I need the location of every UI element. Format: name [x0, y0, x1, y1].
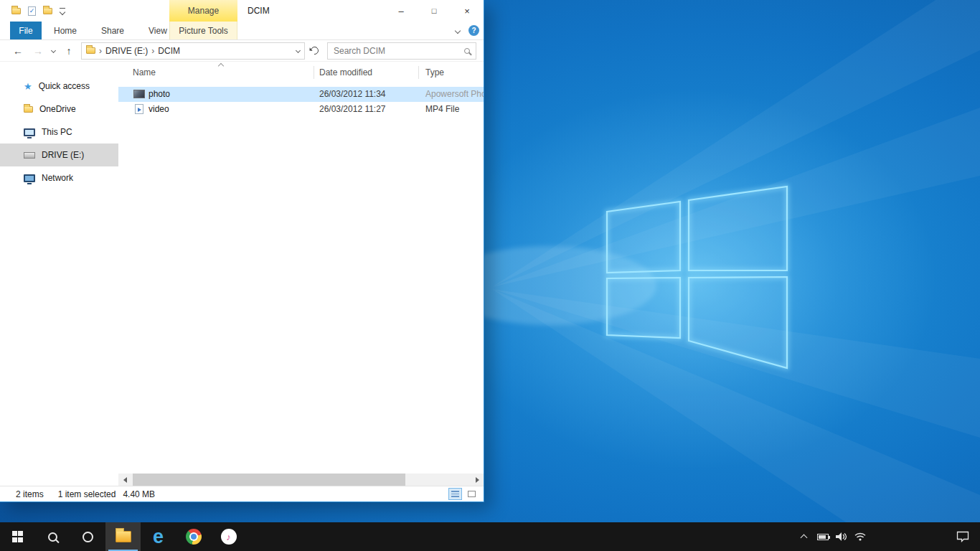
details-view-button[interactable]: [448, 488, 462, 500]
help-button[interactable]: ?: [468, 25, 479, 36]
sidebar-item-quick-access[interactable]: ★ Quick access: [0, 75, 118, 98]
volume-indicator[interactable]: [835, 522, 847, 551]
system-tray: [798, 522, 866, 551]
file-explorer-app-icon: [11, 8, 21, 14]
column-separator[interactable]: [314, 66, 314, 79]
back-button[interactable]: ←: [11, 45, 24, 57]
address-dropdown-button[interactable]: [296, 48, 301, 53]
search-input[interactable]: [334, 46, 464, 56]
properties-icon: [28, 6, 36, 16]
edge-icon: [153, 527, 164, 547]
taskbar-search-button[interactable]: [35, 522, 70, 551]
tab-picture-tools[interactable]: Picture Tools: [169, 22, 237, 39]
taskbar-chrome-button[interactable]: [176, 522, 211, 551]
ribbon-tab-bar: File Home Share View Picture Tools ?: [0, 22, 484, 40]
scroll-right-button[interactable]: [471, 474, 484, 486]
cortana-button[interactable]: [70, 522, 105, 551]
file-explorer-icon: [116, 531, 131, 542]
minimize-button[interactable]: –: [385, 0, 418, 22]
scroll-left-icon: [121, 477, 127, 483]
qat-properties-button[interactable]: [28, 6, 36, 16]
ribbon-right-controls: ?: [456, 22, 479, 39]
file-row-photo[interactable]: photo 26/03/2012 11:34 Apowersoft Pho: [118, 87, 484, 102]
file-row-video[interactable]: video 26/03/2012 11:27 MP4 File: [118, 102, 484, 117]
refresh-button[interactable]: [309, 45, 320, 56]
close-button[interactable]: ×: [451, 0, 484, 22]
windows-logo-icon: [12, 531, 24, 542]
chrome-icon: [186, 529, 202, 545]
battery-icon: [817, 534, 829, 540]
sidebar-item-network[interactable]: Network: [0, 166, 118, 189]
view-toggle-buttons: [448, 488, 479, 500]
file-name: photo: [149, 89, 170, 99]
horizontal-scrollbar[interactable]: [118, 474, 484, 486]
taskbar-buttons: [0, 522, 246, 551]
maximize-button[interactable]: □: [418, 0, 451, 22]
file-type: Apowersoft Pho: [425, 89, 484, 99]
computer-icon: [24, 128, 35, 136]
itunes-icon: [221, 529, 237, 545]
breadcrumb-folder-icon: [86, 47, 95, 54]
manage-contextual-group[interactable]: Manage: [169, 0, 237, 22]
battery-indicator[interactable]: [816, 522, 829, 551]
tab-home[interactable]: Home: [42, 22, 89, 39]
recent-locations-button[interactable]: [51, 48, 56, 53]
titlebar: Manage DCIM – □ ×: [0, 0, 484, 22]
explorer-content: ★ Quick access OneDrive This PC DRIVE (E…: [0, 62, 484, 474]
quick-access-toolbar: [11, 0, 66, 22]
start-button[interactable]: [0, 522, 35, 551]
item-count: 2 items: [16, 489, 44, 499]
qat-customize-button[interactable]: [60, 8, 66, 14]
file-date-modified: 26/03/2012 11:27: [319, 104, 386, 114]
action-center-button[interactable]: [946, 522, 980, 551]
navigation-pane: ★ Quick access OneDrive This PC DRIVE (E…: [0, 62, 118, 474]
new-folder-icon: [43, 8, 52, 14]
expand-ribbon-button[interactable]: [455, 27, 461, 33]
chevron-down-icon: [60, 8, 66, 14]
up-button[interactable]: ↑: [62, 45, 75, 57]
large-icons-view-icon: [468, 491, 476, 497]
network-icon: [24, 174, 35, 182]
qat-new-folder-button[interactable]: [43, 8, 52, 14]
column-header-type[interactable]: Type: [425, 67, 444, 77]
column-header-name[interactable]: Name: [133, 67, 156, 77]
taskbar-edge-button[interactable]: [141, 522, 176, 551]
file-list: Name Date modified Type photo 26/03/2012…: [118, 62, 484, 474]
address-bar[interactable]: › DRIVE (E:) › DCIM: [81, 42, 305, 60]
onedrive-icon: [24, 106, 33, 113]
scroll-left-button[interactable]: [118, 474, 131, 486]
show-hidden-icons-button[interactable]: [798, 522, 810, 551]
file-explorer-window: Manage DCIM – □ × File Home Share View P…: [0, 0, 484, 502]
sidebar-item-drive-e[interactable]: DRIVE (E:): [0, 143, 118, 166]
status-bar: 2 items 1 item selected 4.40 MB: [0, 486, 484, 501]
navigation-bar: ← → ↑ › DRIVE (E:) › DCIM: [0, 40, 484, 62]
cortana-icon: [83, 532, 93, 542]
large-icons-view-button[interactable]: [465, 488, 479, 500]
column-separator[interactable]: [418, 66, 419, 79]
photo-thumbnail-icon: [133, 90, 145, 98]
file-tab[interactable]: File: [10, 22, 42, 39]
breadcrumb-separator: ›: [99, 46, 102, 56]
file-date-modified: 26/03/2012 11:34: [319, 89, 386, 99]
tab-share[interactable]: Share: [89, 22, 136, 39]
wifi-icon: [854, 532, 866, 541]
taskbar-itunes-button[interactable]: [211, 522, 246, 551]
star-icon: ★: [24, 82, 32, 91]
breadcrumb-item-drive[interactable]: DRIVE (E:): [105, 46, 148, 56]
sidebar-item-this-pc[interactable]: This PC: [0, 121, 118, 143]
column-headers: Name Date modified Type: [118, 62, 484, 83]
drive-icon: [24, 152, 35, 159]
network-indicator[interactable]: [854, 522, 866, 551]
taskbar-file-explorer-button[interactable]: [105, 522, 141, 551]
search-icon: [48, 532, 57, 542]
action-center-icon: [956, 531, 969, 542]
window-controls: – □ ×: [385, 0, 484, 22]
column-header-date-modified[interactable]: Date modified: [319, 67, 372, 77]
window-title: DCIM: [248, 0, 270, 22]
nav-buttons: ← → ↑: [11, 45, 75, 57]
breadcrumb-item-dcim[interactable]: DCIM: [158, 46, 180, 56]
sort-ascending-icon: [218, 63, 224, 69]
scrollbar-thumb[interactable]: [133, 474, 405, 486]
forward-button[interactable]: →: [32, 45, 44, 57]
sidebar-item-onedrive[interactable]: OneDrive: [0, 98, 118, 121]
